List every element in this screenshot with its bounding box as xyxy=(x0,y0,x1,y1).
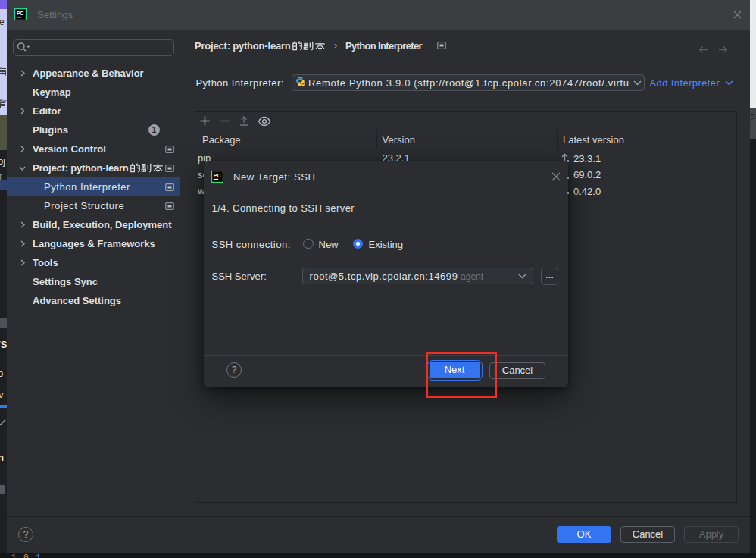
svg-text:PC: PC xyxy=(213,172,221,179)
svg-text:PC: PC xyxy=(17,10,25,17)
